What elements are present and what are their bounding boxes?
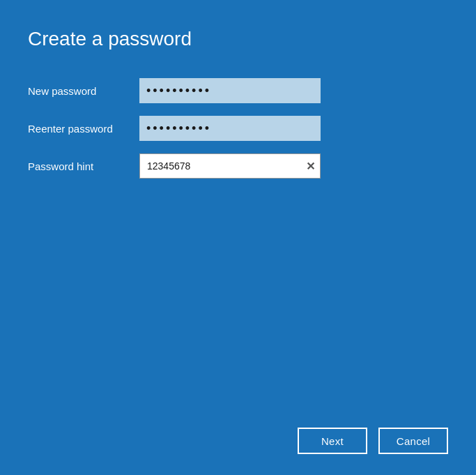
cancel-button[interactable]: Cancel [378,428,448,454]
reenter-password-label: Reenter password [28,123,139,135]
page-title: Create a password [28,28,448,50]
new-password-label: New password [28,85,139,97]
password-hint-input[interactable] [139,153,321,179]
password-hint-label: Password hint [28,160,139,172]
next-button[interactable]: Next [298,428,367,454]
reenter-password-row: Reenter password [28,116,448,141]
clear-hint-icon[interactable]: ✕ [306,160,315,173]
footer: Next Cancel [0,414,476,475]
new-password-row: New password [28,78,448,103]
new-password-input[interactable] [139,78,321,103]
hint-input-wrapper: ✕ [139,153,321,179]
create-password-form: New password Reenter password Password h… [28,78,448,191]
password-hint-row: Password hint ✕ [28,153,448,179]
reenter-password-input[interactable] [139,116,321,141]
